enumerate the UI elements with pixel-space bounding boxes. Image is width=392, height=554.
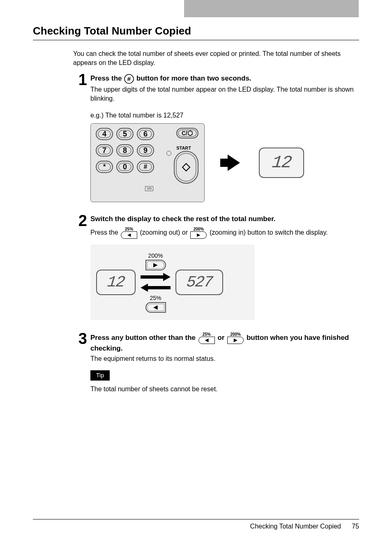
led-value-left: 12 — [106, 272, 125, 293]
zoom-in-button-big: 200% ▶ — [143, 252, 168, 270]
step2-desc: Press the 25% ◀ (zooming out) or 200% ▶ … — [90, 227, 359, 239]
led-value-right: 527 — [185, 272, 213, 293]
page-number: 75 — [352, 523, 359, 530]
step1-desc: The upper digits of the total number app… — [90, 85, 359, 103]
step-number: 1 — [73, 72, 87, 88]
key-star: * — [96, 161, 113, 173]
svg-marker-3 — [182, 164, 190, 171]
zoom-in-pct-big: 200% — [148, 252, 163, 260]
page-title: Checking Total Number Copied — [33, 25, 359, 37]
step2-desc-before: Press the — [90, 229, 120, 236]
keypad-panel: 4 5 6 7 8 9 * 0 # — [90, 123, 205, 202]
step2-title: Switch the display to check the rest of … — [90, 215, 359, 224]
step1-figure: 4 5 6 7 8 9 * 0 # — [90, 123, 359, 202]
key-5: 5 — [116, 128, 134, 140]
title-underline — [33, 40, 359, 40]
svg-text:#: # — [127, 75, 131, 82]
key-0: 0 — [116, 161, 134, 173]
header-grey-bar — [184, 0, 359, 17]
zoom-in-pct: 200% — [194, 227, 204, 231]
step2-figure: 12 200% ▶ 25% — [90, 245, 255, 320]
led-value: 12 — [271, 151, 292, 175]
step1-title: Press the # button for more than two sec… — [90, 74, 359, 84]
step1-example-label: e.g.) The total number is 12,527 — [90, 111, 359, 120]
hash-button-icon: # — [124, 75, 136, 83]
zoom-out-button-icon: 25% ◀ — [198, 332, 215, 344]
svg-marker-2 — [188, 131, 192, 136]
footer-title: Checking Total Number Copied — [250, 523, 341, 530]
key-4: 4 — [96, 128, 113, 140]
counter-icon: 123 — [145, 186, 153, 191]
arrow-right-icon — [228, 155, 240, 171]
step-number: 2 — [73, 213, 87, 229]
tip-text: The total number of sheets cannot be res… — [90, 385, 359, 394]
key-6: 6 — [137, 128, 154, 140]
start-label: START — [176, 145, 191, 151]
step3-desc: The equipment returns to its normal stat… — [90, 354, 359, 363]
step-2: 2 Switch the display to check the rest o… — [73, 215, 359, 320]
switch-arrows: 200% ▶ 25% ◀ — [141, 252, 171, 313]
step-number: 3 — [73, 331, 87, 346]
zoom-out-pct-big: 25% — [150, 294, 161, 302]
step-1: 1 Press the # button for more than two s… — [73, 74, 359, 202]
intro-text: You can check the total number of sheets… — [73, 49, 359, 67]
key-8: 8 — [116, 144, 134, 157]
zoom-in-button-icon: 200% ▶ — [227, 332, 244, 344]
led-display-left: 12 — [96, 270, 136, 295]
step1-title-before: Press the — [90, 75, 124, 83]
key-7: 7 — [96, 144, 113, 157]
step3-title: Press any button other than the 25% ◀ or… — [90, 332, 359, 353]
led-display-12: 12 — [259, 148, 304, 178]
step3-title-mid: or — [217, 334, 226, 342]
zoom-out-pct: 25% — [125, 227, 133, 231]
page-footer: Checking Total Number Copied 75 — [33, 519, 359, 530]
step3-title-before: Press any button other than the — [90, 334, 198, 342]
step-3: 3 Press any button other than the 25% ◀ … — [73, 332, 359, 394]
step1-title-after: button for more than two seconds. — [136, 75, 251, 83]
key-hash: # — [137, 161, 154, 173]
zoom-out-button-icon: 25% ◀ — [121, 227, 137, 239]
step2-desc-mid: (zooming out) or — [140, 229, 189, 236]
step2-desc-after: (zooming in) button to switch the displa… — [210, 229, 328, 236]
start-button — [174, 151, 198, 184]
key-9: 9 — [137, 144, 154, 157]
zoom-in-button-icon: 200% ▶ — [190, 227, 207, 239]
zoom-in-pct-s3: 200% — [230, 332, 241, 337]
led-display-right: 527 — [175, 270, 223, 295]
clear-key-label: C/ — [182, 129, 187, 137]
led-indicator — [166, 151, 171, 156]
clear-key: C/ — [176, 128, 198, 138]
tip-label: Tip — [90, 370, 110, 381]
zoom-out-pct-s3: 25% — [203, 332, 211, 337]
diamond-icon — [182, 163, 191, 172]
stop-icon — [187, 130, 193, 136]
zoom-out-button-big: 25% ◀ — [143, 294, 168, 313]
